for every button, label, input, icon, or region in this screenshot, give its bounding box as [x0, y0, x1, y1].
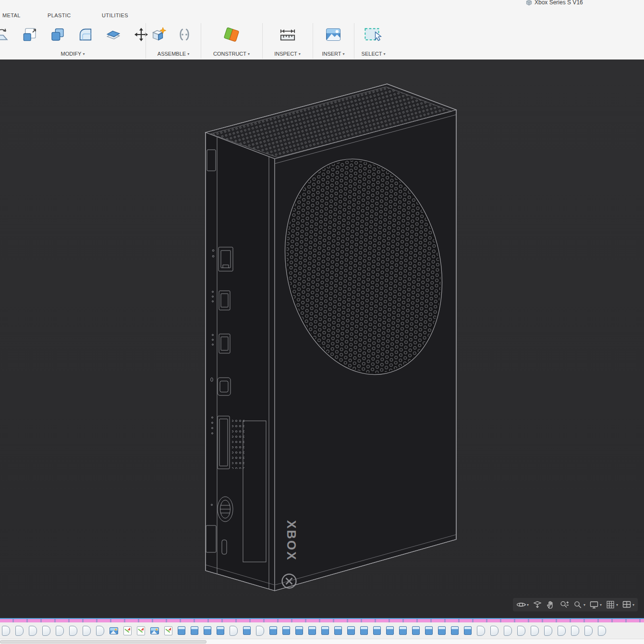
viewport[interactable]: XBOX ▾▾▾▾▾ — [0, 60, 644, 618]
timeline-feature-extrude[interactable] — [464, 626, 472, 635]
timeline-feature-extrude[interactable] — [360, 626, 368, 635]
timeline-feature-fillet[interactable] — [256, 626, 264, 636]
chevron-down-icon: ▾ — [383, 52, 385, 56]
timeline-feature-fillet[interactable] — [584, 626, 593, 636]
viewports-button[interactable]: ▾ — [620, 599, 636, 610]
fillet-button[interactable] — [77, 23, 94, 46]
timeline-scrollbar-thumb[interactable] — [0, 640, 207, 644]
measure-icon — [279, 26, 296, 43]
zoom-icon — [559, 600, 569, 609]
timeline-feature-fillet[interactable] — [230, 626, 238, 636]
shell-button[interactable] — [105, 23, 122, 46]
timeline-feature-fillet[interactable] — [2, 626, 10, 636]
chevron-down-icon[interactable]: ▾ — [583, 603, 585, 607]
timeline-feature-extrude[interactable] — [386, 626, 394, 635]
combine-button[interactable] — [49, 23, 66, 46]
timeline-feature-extrude[interactable] — [334, 626, 342, 635]
ribbon-group-insert: INSERT▾ — [313, 21, 354, 60]
timeline-feature-extrude[interactable] — [451, 626, 459, 635]
fit-button[interactable]: ▾ — [571, 599, 587, 610]
construct-plane-button[interactable] — [223, 23, 240, 46]
model-canvas[interactable]: XBOX — [0, 60, 644, 618]
group-label-insert[interactable]: INSERT▾ — [313, 51, 354, 57]
group-label-select[interactable]: SELECT▾ — [354, 51, 393, 57]
timeline-feature-extrude[interactable] — [438, 626, 446, 635]
timeline-feature-extrude[interactable] — [399, 626, 407, 635]
timeline-feature-extrude[interactable] — [295, 626, 303, 635]
joint-icon — [177, 27, 192, 42]
timeline-feature-extrude[interactable] — [425, 626, 433, 635]
chevron-down-icon[interactable]: ▾ — [616, 603, 618, 607]
look-at-button[interactable] — [531, 599, 544, 610]
timeline-feature-fillet[interactable] — [544, 626, 552, 636]
timeline-feature-fillet[interactable] — [69, 626, 77, 636]
timeline-feature-decal[interactable] — [109, 627, 118, 634]
fit-icon — [573, 600, 583, 609]
timeline-feature-fillet[interactable] — [42, 626, 50, 636]
timeline-feature-fillet[interactable] — [598, 626, 606, 636]
orbit-icon — [516, 600, 526, 609]
new-component-button[interactable] — [150, 23, 167, 46]
group-label-assemble[interactable]: ASSEMBLE▾ — [146, 51, 201, 57]
timeline-feature-fillet[interactable] — [504, 626, 512, 636]
group-label-construct[interactable]: CONSTRUCT▾ — [201, 51, 262, 57]
tab-metal[interactable]: METAL — [2, 12, 21, 18]
display-settings-button[interactable]: ▾ — [588, 599, 603, 610]
press-pull-button[interactable] — [21, 23, 38, 46]
new-component-icon — [150, 26, 167, 43]
timeline-feature-extrude[interactable] — [191, 626, 198, 635]
timeline-feature-fillet[interactable] — [517, 626, 525, 636]
offset-face-partial-button[interactable] — [0, 23, 11, 46]
chevron-down-icon[interactable]: ▾ — [527, 603, 529, 607]
timeline-feature-fillet[interactable] — [29, 626, 37, 636]
timeline-feature-extrude[interactable] — [308, 626, 316, 635]
shell-icon — [106, 27, 121, 42]
timeline-feature-extrude[interactable] — [217, 626, 224, 635]
timeline-feature-decal[interactable] — [150, 627, 159, 634]
timeline-feature-fillet[interactable] — [96, 626, 104, 636]
timeline-feature-fillet[interactable] — [490, 626, 498, 636]
timeline-feature-sketch[interactable] — [123, 626, 132, 635]
document-title[interactable]: Xbox Series S V16 — [526, 0, 583, 6]
ribbon-tabs: METALPLASTICUTILITIES — [0, 12, 644, 20]
select-cursor-button[interactable] — [365, 23, 382, 46]
timeline-feature-extrude[interactable] — [282, 626, 290, 635]
timeline-feature-extrude[interactable] — [204, 626, 211, 635]
display-settings-icon — [589, 600, 599, 609]
zoom-button[interactable] — [558, 599, 571, 610]
timeline-feature-extrude[interactable] — [178, 626, 185, 635]
group-label-modify[interactable]: MODIFY▾ — [0, 51, 146, 57]
timeline-feature-fillet[interactable] — [83, 626, 91, 636]
chevron-down-icon[interactable]: ▾ — [600, 603, 602, 607]
chevron-down-icon: ▾ — [83, 52, 85, 56]
timeline-feature-extrude[interactable] — [412, 626, 420, 635]
orbit-button[interactable]: ▾ — [515, 599, 530, 610]
group-label-inspect[interactable]: INSPECT▾ — [262, 51, 313, 57]
timeline-feature-extrude[interactable] — [243, 626, 251, 635]
timeline-feature-extrude[interactable] — [373, 626, 381, 635]
chevron-down-icon[interactable]: ▾ — [632, 603, 634, 607]
timeline-selection-strip[interactable] — [0, 619, 644, 622]
pan-button[interactable] — [545, 599, 557, 610]
joint-button[interactable] — [176, 23, 193, 46]
nav-toolbar: ▾▾▾▾▾ — [513, 598, 638, 611]
timeline-feature-fillet[interactable] — [15, 626, 24, 636]
timeline-feature-fillet[interactable] — [56, 626, 64, 636]
timeline-feature-extrude[interactable] — [269, 626, 277, 635]
timeline-feature-extrude[interactable] — [347, 626, 355, 635]
timeline-feature-sketch[interactable] — [137, 626, 145, 635]
grid-and-snaps-button[interactable]: ▾ — [604, 599, 620, 610]
timeline-feature-fillet[interactable] — [477, 626, 485, 636]
tab-plastic[interactable]: PLASTIC — [48, 12, 71, 18]
tab-utilities[interactable]: UTILITIES — [102, 12, 128, 18]
timeline-feature-sketch[interactable] — [164, 626, 172, 635]
timeline-feature-fillet[interactable] — [571, 626, 579, 636]
timeline-scrollbar[interactable] — [0, 639, 644, 644]
measure-button[interactable] — [279, 23, 296, 46]
insert-canvas-button[interactable] — [325, 23, 342, 46]
timeline-feature-fillet[interactable] — [558, 626, 566, 636]
model-side-face[interactable] — [206, 132, 275, 591]
look-at-icon — [533, 600, 542, 609]
timeline-feature-extrude[interactable] — [321, 626, 329, 635]
timeline-feature-fillet[interactable] — [531, 626, 539, 636]
